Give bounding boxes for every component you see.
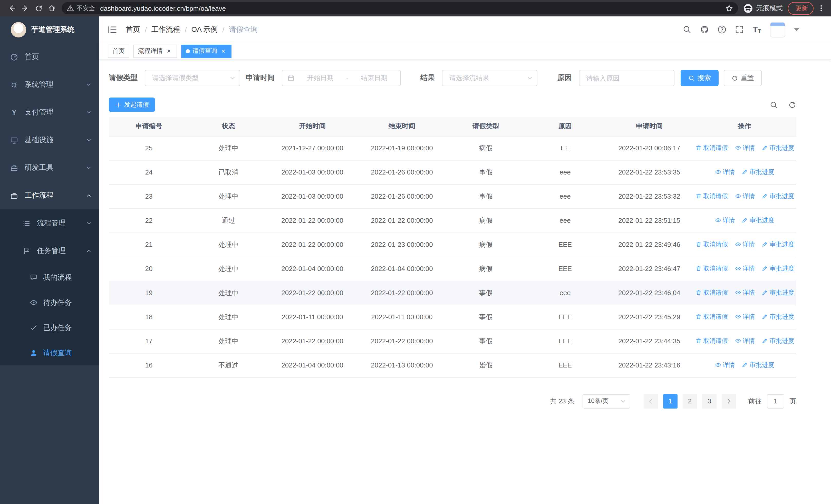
refresh-icon[interactable] [789, 101, 796, 109]
cancel-leave-link[interactable]: 取消请假 [695, 144, 728, 152]
sidebar-item-leave-query[interactable]: 请假查询 [0, 340, 99, 365]
sidebar-item-process-mgmt[interactable]: 流程管理 [0, 209, 99, 237]
address-bar[interactable]: 不安全 dashboard.yudao.iocoder.cn/bpm/oa/le… [62, 2, 738, 14]
breadcrumb-item-workflow[interactable]: 工作流程 [151, 25, 180, 34]
eye-icon [735, 266, 741, 272]
approval-progress-link[interactable]: 审批进度 [742, 216, 774, 225]
toggle-search-icon[interactable] [770, 101, 778, 109]
approval-progress-link[interactable]: 审批进度 [762, 264, 794, 273]
sidebar-item-payment[interactable]: ¥ 支付管理 [0, 98, 99, 126]
detail-link[interactable]: 详情 [735, 313, 755, 321]
search-button[interactable]: 搜索 [681, 70, 719, 86]
browser-home-button[interactable] [45, 2, 58, 15]
search-icon[interactable] [683, 25, 692, 34]
approval-progress-link[interactable]: 审批进度 [762, 144, 794, 152]
font-size-icon[interactable]: TT [753, 25, 761, 34]
breadcrumb-item-home[interactable]: 首页 [126, 25, 140, 34]
page-button-3[interactable]: 3 [702, 394, 717, 408]
sidebar-item-todo-tasks[interactable]: 待办任务 [0, 290, 99, 315]
tab-leave-query[interactable]: 请假查询 × [181, 45, 231, 58]
browser-back-button[interactable] [5, 2, 19, 15]
browser-forward-button[interactable] [19, 2, 32, 15]
security-chip[interactable]: 不安全 [67, 4, 95, 12]
approval-progress-link[interactable]: 审批进度 [762, 313, 794, 321]
cell-start-time: 2022-01-03 00:00:00 [268, 160, 357, 184]
browser-menu-icon[interactable] [816, 4, 826, 12]
user-avatar[interactable] [770, 22, 785, 37]
approval-progress-label: 审批进度 [770, 289, 794, 297]
goto-page-input[interactable] [767, 394, 784, 408]
cancel-leave-link[interactable]: 取消请假 [695, 337, 728, 346]
cancel-leave-link[interactable]: 取消请假 [695, 313, 728, 321]
sidebar-item-done-tasks[interactable]: 已办任务 [0, 315, 99, 340]
trash-icon [695, 290, 701, 296]
cell-start-time: 2022-01-04 00:00:00 [268, 353, 357, 377]
page-button-1[interactable]: 1 [663, 394, 678, 408]
cancel-leave-link[interactable]: 取消请假 [695, 240, 728, 249]
col-header-actions: 操作 [693, 117, 796, 136]
page-button-2[interactable]: 2 [683, 394, 697, 408]
cell-leave-type: 婚假 [447, 353, 524, 377]
sidebar-item-workflow[interactable]: 工作流程 [0, 182, 99, 209]
detail-link[interactable]: 详情 [735, 240, 755, 249]
detail-label: 详情 [722, 168, 735, 177]
approval-progress-link[interactable]: 审批进度 [742, 168, 774, 177]
sidebar-toggle-icon[interactable] [107, 24, 118, 35]
approval-progress-link[interactable]: 审批进度 [762, 337, 794, 346]
breadcrumb-separator: / [222, 25, 224, 34]
apply-time-range-picker[interactable]: 开始日期 - 结束日期 [282, 70, 401, 86]
cell-apply-time: 2022-01-22 23:46:47 [606, 257, 693, 281]
cell-status: 已取消 [189, 160, 268, 184]
detail-link[interactable]: 详情 [715, 361, 735, 369]
sidebar-item-devtools[interactable]: 研发工具 [0, 154, 99, 182]
approval-progress-link[interactable]: 审批进度 [762, 240, 794, 249]
sidebar-item-home[interactable]: 首页 [0, 43, 99, 71]
sidebar-item-task-mgmt[interactable]: 任务管理 [0, 237, 99, 265]
eye-icon [735, 314, 741, 320]
cancel-leave-link[interactable]: 取消请假 [695, 264, 728, 273]
app-logo: 芋道管理系统 [0, 17, 99, 43]
close-icon[interactable]: × [165, 48, 172, 55]
cell-apply-id: 21 [109, 233, 189, 257]
approval-progress-link[interactable]: 审批进度 [742, 361, 774, 369]
cancel-leave-link[interactable]: 取消请假 [695, 289, 728, 297]
detail-link[interactable]: 详情 [715, 216, 735, 225]
github-icon[interactable] [700, 25, 709, 34]
table-row: 22 通过 2022-01-22 00:00:00 2022-01-22 00:… [109, 208, 796, 233]
tab-home[interactable]: 首页 [108, 45, 130, 58]
tab-process-detail[interactable]: 流程详情 × [134, 45, 177, 58]
reset-button[interactable]: 重置 [724, 70, 762, 86]
sidebar-item-system[interactable]: 系统管理 [0, 71, 99, 98]
detail-link[interactable]: 详情 [735, 192, 755, 201]
page-size-select[interactable]: 10条/页 [582, 394, 630, 408]
bookmark-star-icon[interactable] [725, 4, 733, 12]
col-header-reason: 原因 [524, 117, 606, 136]
cancel-leave-link[interactable]: 取消请假 [695, 192, 728, 201]
detail-link[interactable]: 详情 [715, 168, 735, 177]
create-leave-button[interactable]: 发起请假 [109, 97, 155, 112]
approval-progress-link[interactable]: 审批进度 [762, 192, 794, 201]
browser-reload-button[interactable] [32, 2, 45, 15]
cell-end-time: 2022-01-04 00:00:00 [357, 257, 447, 281]
trash-icon [695, 145, 701, 151]
help-icon[interactable] [718, 25, 726, 34]
detail-link[interactable]: 详情 [735, 289, 755, 297]
sidebar-item-infrastructure[interactable]: 基础设施 [0, 126, 99, 154]
detail-link[interactable]: 详情 [735, 264, 755, 273]
reason-input[interactable] [579, 70, 675, 86]
detail-label: 详情 [722, 361, 735, 369]
detail-link[interactable]: 详情 [735, 144, 755, 152]
leave-type-select[interactable]: 请选择请假类型 [145, 70, 240, 86]
user-menu-caret-icon[interactable] [794, 28, 799, 31]
breadcrumb-item-oa[interactable]: OA 示例 [192, 25, 218, 34]
prev-page-button[interactable] [643, 394, 658, 408]
fullscreen-icon[interactable] [735, 25, 744, 34]
browser-chrome: 不安全 dashboard.yudao.iocoder.cn/bpm/oa/le… [0, 0, 831, 17]
next-page-button[interactable] [722, 394, 736, 408]
result-select[interactable]: 请选择流结果 [442, 70, 537, 86]
detail-link[interactable]: 详情 [735, 337, 755, 346]
sidebar-item-my-process[interactable]: 我的流程 [0, 265, 99, 290]
approval-progress-link[interactable]: 审批进度 [762, 289, 794, 297]
close-icon[interactable]: × [220, 48, 227, 55]
browser-update-button[interactable]: 更新 [788, 2, 813, 14]
